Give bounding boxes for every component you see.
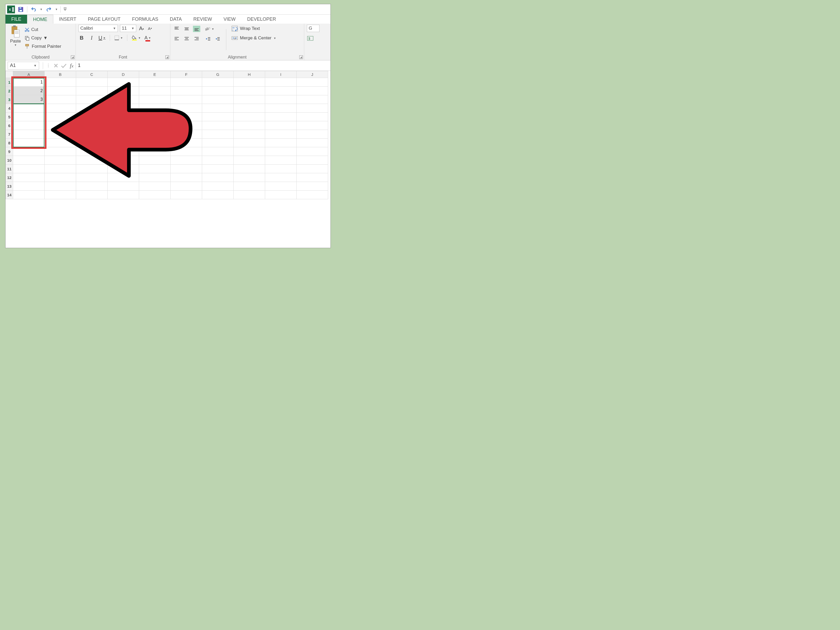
cell-F7[interactable] xyxy=(171,130,202,139)
cell-J9[interactable] xyxy=(297,147,328,156)
cell-I8[interactable] xyxy=(265,139,297,147)
cell-E10[interactable] xyxy=(139,156,171,164)
cell-D4[interactable] xyxy=(107,104,139,113)
cell-F3[interactable] xyxy=(171,95,202,104)
spreadsheet-grid[interactable]: ABCDEFGHIJ1122334567891011121314 xyxy=(6,71,330,199)
cell-A6[interactable] xyxy=(13,121,45,130)
cell-A10[interactable] xyxy=(13,156,45,164)
column-header-F[interactable]: F xyxy=(171,71,202,78)
save-button[interactable] xyxy=(17,5,25,14)
cut-button[interactable]: Cut xyxy=(24,26,61,33)
formula-input[interactable] xyxy=(76,62,330,69)
cell-B3[interactable] xyxy=(45,95,76,104)
cell-D12[interactable] xyxy=(107,173,139,182)
cell-G4[interactable] xyxy=(202,104,234,113)
cell-C2[interactable] xyxy=(76,87,107,95)
cell-J8[interactable] xyxy=(297,139,328,147)
cell-E8[interactable] xyxy=(139,139,171,147)
column-header-B[interactable]: B xyxy=(45,71,76,78)
paste-button[interactable]: Paste ▼ xyxy=(8,25,23,54)
redo-dropdown[interactable]: ▼ xyxy=(55,5,58,14)
cell-G13[interactable] xyxy=(202,182,234,191)
cell-D14[interactable] xyxy=(107,191,139,199)
cell-B14[interactable] xyxy=(45,191,76,199)
fill-color-button[interactable]: ▼ xyxy=(131,35,141,41)
underline-button[interactable]: U▼ xyxy=(98,35,106,41)
cell-E14[interactable] xyxy=(139,191,171,199)
cell-H14[interactable] xyxy=(234,191,265,199)
cell-A5[interactable] xyxy=(13,113,45,121)
cell-H3[interactable] xyxy=(234,95,265,104)
cell-H6[interactable] xyxy=(234,121,265,130)
cell-A1[interactable]: 1 xyxy=(13,78,45,87)
cell-B13[interactable] xyxy=(45,182,76,191)
cell-D7[interactable] xyxy=(107,130,139,139)
cell-C12[interactable] xyxy=(76,173,107,182)
column-header-I[interactable]: I xyxy=(265,71,297,78)
row-header-14[interactable]: 14 xyxy=(6,191,13,199)
row-header-13[interactable]: 13 xyxy=(6,182,13,191)
cell-D8[interactable] xyxy=(107,139,139,147)
tab-insert[interactable]: INSERT xyxy=(53,15,82,24)
cell-D3[interactable] xyxy=(107,95,139,104)
row-header-3[interactable]: 3 xyxy=(6,95,13,104)
enter-formula-button[interactable] xyxy=(60,62,68,69)
cell-B9[interactable] xyxy=(45,147,76,156)
cell-B1[interactable] xyxy=(45,78,76,87)
bold-button[interactable]: B xyxy=(79,35,85,41)
cell-D13[interactable] xyxy=(107,182,139,191)
row-header-12[interactable]: 12 xyxy=(6,173,13,182)
cell-F1[interactable] xyxy=(171,78,202,87)
wrap-text-button[interactable]: abc Wrap Text xyxy=(232,26,276,32)
align-bottom-button[interactable] xyxy=(193,26,200,32)
tab-data[interactable]: DATA xyxy=(164,15,188,24)
cell-D2[interactable] xyxy=(107,87,139,95)
cell-B2[interactable] xyxy=(45,87,76,95)
cell-D6[interactable] xyxy=(107,121,139,130)
tab-formulas[interactable]: FORMULAS xyxy=(126,15,164,24)
decrease-indent-button[interactable] xyxy=(205,36,211,42)
cell-F6[interactable] xyxy=(171,121,202,130)
cell-A14[interactable] xyxy=(13,191,45,199)
row-header-7[interactable]: 7 xyxy=(6,130,13,139)
cell-C4[interactable] xyxy=(76,104,107,113)
cell-F11[interactable] xyxy=(171,164,202,173)
cell-F8[interactable] xyxy=(171,139,202,147)
row-header-9[interactable]: 9 xyxy=(6,147,13,156)
cell-B8[interactable] xyxy=(45,139,76,147)
cell-E7[interactable] xyxy=(139,130,171,139)
align-top-button[interactable] xyxy=(173,26,180,32)
cell-F9[interactable] xyxy=(171,147,202,156)
row-header-2[interactable]: 2 xyxy=(6,87,13,95)
cell-J3[interactable] xyxy=(297,95,328,104)
font-color-button[interactable]: A ▼ xyxy=(144,35,151,41)
cell-H13[interactable] xyxy=(234,182,265,191)
number-format-combo[interactable]: G xyxy=(307,25,319,32)
column-header-J[interactable]: J xyxy=(297,71,328,78)
cell-F14[interactable] xyxy=(171,191,202,199)
format-painter-button[interactable]: Format Painter xyxy=(24,43,61,51)
row-header-10[interactable]: 10 xyxy=(6,156,13,164)
cell-C14[interactable] xyxy=(76,191,107,199)
cell-E6[interactable] xyxy=(139,121,171,130)
row-header-5[interactable]: 5 xyxy=(6,113,13,121)
cell-E13[interactable] xyxy=(139,182,171,191)
cell-A2[interactable]: 2 xyxy=(13,87,45,95)
cell-G12[interactable] xyxy=(202,173,234,182)
cell-G8[interactable] xyxy=(202,139,234,147)
cell-J13[interactable] xyxy=(297,182,328,191)
select-all-corner[interactable] xyxy=(6,71,13,78)
cell-J4[interactable] xyxy=(297,104,328,113)
cell-I5[interactable] xyxy=(265,113,297,121)
grow-font-button[interactable]: A▴ xyxy=(138,25,145,32)
cell-A9[interactable] xyxy=(13,147,45,156)
font-name-combo[interactable]: Calibri ▼ xyxy=(79,25,118,32)
cell-J2[interactable] xyxy=(297,87,328,95)
cell-C13[interactable] xyxy=(76,182,107,191)
shrink-font-button[interactable]: A▾ xyxy=(147,25,153,32)
cell-H1[interactable] xyxy=(234,78,265,87)
column-header-E[interactable]: E xyxy=(139,71,171,78)
cell-H10[interactable] xyxy=(234,156,265,164)
clipboard-dialog-launcher[interactable]: ◢ xyxy=(71,55,74,59)
column-header-D[interactable]: D xyxy=(107,71,139,78)
